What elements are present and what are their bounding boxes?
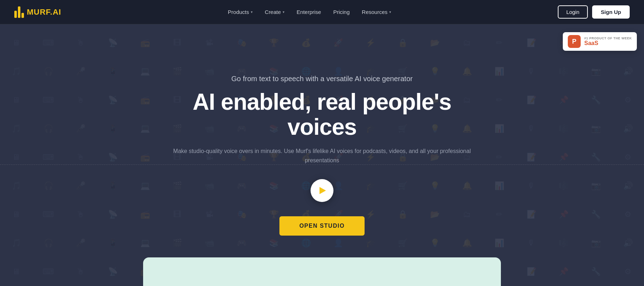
bg-icon: 📝 xyxy=(515,143,547,172)
bg-icon: 🖥 xyxy=(0,29,32,57)
bg-icon: 📹 xyxy=(193,229,225,257)
bg-icon: 📡 xyxy=(97,143,129,172)
bg-icon: 📡 xyxy=(97,86,129,114)
open-studio-button[interactable]: OPEN STUDIO xyxy=(279,216,365,236)
nav-enterprise[interactable]: Enterprise xyxy=(292,6,326,18)
logo-text: MURF.AI xyxy=(27,8,61,17)
play-button[interactable] xyxy=(311,179,333,202)
nav-resources[interactable]: Resources ▾ xyxy=(357,6,396,18)
product-hunt-logo: P xyxy=(568,35,581,48)
nav-actions: Login Sign Up xyxy=(558,5,630,19)
bg-icon: 📷 xyxy=(580,114,612,143)
bg-icon: 📻 xyxy=(129,29,161,57)
bg-icon: 🖥 xyxy=(0,86,32,114)
bg-icon: 📊 xyxy=(483,114,515,143)
bg-icon: 🛒 xyxy=(386,229,419,257)
bg-icon: 💻 xyxy=(129,229,161,257)
bg-icon: 📽 xyxy=(193,200,225,229)
bg-icon: 🎤 xyxy=(64,57,97,86)
bg-icon: 📱 xyxy=(97,57,129,86)
hero-subtitle: Go from text to speech with a versatile … xyxy=(168,75,476,83)
logo-bar-1 xyxy=(14,11,17,18)
nav-pricing[interactable]: Pricing xyxy=(328,6,355,18)
bg-icon: 📽 xyxy=(193,29,225,57)
bg-icon: 🗂 xyxy=(451,29,483,57)
bg-icon: 🔊 xyxy=(612,229,644,257)
bg-icon: 📌 xyxy=(547,200,580,229)
bg-icon: 🎤 xyxy=(64,114,97,143)
bg-icon: 🔧 xyxy=(580,200,612,229)
bg-icon: 🎼 xyxy=(547,172,580,200)
bg-icon: 📷 xyxy=(580,57,612,86)
logo-bar-3 xyxy=(21,13,24,18)
bg-icon: 🎼 xyxy=(547,114,580,143)
bg-icon: 🔒 xyxy=(386,200,419,229)
bg-icon: ⌨ xyxy=(32,200,64,229)
product-hunt-rank: #1 PRODUCT OF THE WEEK xyxy=(584,36,632,40)
bg-icon: 📻 xyxy=(129,143,161,172)
bg-icon: 📻 xyxy=(129,200,161,229)
bg-icon: 📌 xyxy=(547,86,580,114)
bottom-preview-strip xyxy=(143,257,501,286)
bg-icon: ✏ xyxy=(483,143,515,172)
logo-icon xyxy=(14,6,24,18)
bg-icon: 🎞 xyxy=(161,200,193,229)
bg-icon: 🎼 xyxy=(547,57,580,86)
bg-icon: ✏ xyxy=(483,200,515,229)
bg-icon: 🎞 xyxy=(161,29,193,57)
bg-icon: 🎭 xyxy=(225,29,258,57)
bg-icon: 🔊 xyxy=(612,172,644,200)
bg-icon: 🚀 xyxy=(322,29,354,57)
bg-icon: 🖱 xyxy=(64,200,97,229)
bg-icon: 🎵 xyxy=(0,172,32,200)
bg-icon: 💻 xyxy=(129,57,161,86)
login-button[interactable]: Login xyxy=(558,5,588,19)
bg-icon: ⌨ xyxy=(32,86,64,114)
navbar: MURF.AI Products ▾ Create ▾ Enterprise P… xyxy=(0,0,644,24)
chevron-down-icon: ▾ xyxy=(389,10,391,14)
bg-icon: 🔧 xyxy=(580,143,612,172)
bg-icon: ⚙ xyxy=(612,86,644,114)
bg-icon: 🎤 xyxy=(64,229,97,257)
nav-links: Products ▾ Create ▾ Enterprise Pricing R… xyxy=(223,6,396,18)
bg-icon: 📂 xyxy=(419,29,451,57)
product-hunt-badge[interactable]: P #1 PRODUCT OF THE WEEK SaaS xyxy=(563,32,637,51)
bg-icon: 🎭 xyxy=(225,200,258,229)
bg-icon: 🔧 xyxy=(580,86,612,114)
bg-icon: 🎙 xyxy=(515,172,547,200)
bg-icon: ✏ xyxy=(483,86,515,114)
bg-icon: 🎵 xyxy=(0,229,32,257)
bg-icon: 📱 xyxy=(97,114,129,143)
bg-icon: 🎧 xyxy=(32,57,64,86)
bg-icon: 📱 xyxy=(97,172,129,200)
bg-icon: 📌 xyxy=(547,257,580,286)
bg-icon: 📌 xyxy=(547,143,580,172)
bg-icon: 📝 xyxy=(515,200,547,229)
bg-icon: 📻 xyxy=(129,86,161,114)
chevron-down-icon: ▾ xyxy=(251,10,253,14)
bg-icon: 📷 xyxy=(580,172,612,200)
bg-icon: ⚙ xyxy=(612,257,644,286)
bg-icon: 🎵 xyxy=(0,57,32,86)
hero-description: Make studio-quality voice overs in minut… xyxy=(168,147,476,165)
bg-icon: 💰 xyxy=(290,29,322,57)
hero-section: 🎵🎧🎤📱💻🎬📹🎮📚🌐👤🎓🛒💡🔔📊🎙🎼📷🔊🖥⌨🖱📡📻🎞📽🎭🏆💰🚀⚡🔒📂🗂✏📝📌🔧⚙… xyxy=(0,0,644,286)
bg-icon: 🖥 xyxy=(0,200,32,229)
bg-icon: 🎙 xyxy=(515,57,547,86)
bg-icon: 📱 xyxy=(97,229,129,257)
signup-button[interactable]: Sign Up xyxy=(592,5,630,19)
bg-icon: ⚙ xyxy=(612,143,644,172)
bg-icon: 🎬 xyxy=(161,229,193,257)
bg-icon: 🖥 xyxy=(0,143,32,172)
bg-icon: 📝 xyxy=(515,257,547,286)
bg-icon: 🔒 xyxy=(386,29,419,57)
bg-icon: 💻 xyxy=(129,114,161,143)
play-icon xyxy=(319,187,326,194)
logo[interactable]: MURF.AI xyxy=(14,6,61,18)
bg-icon: 🖥 xyxy=(0,257,32,286)
nav-products[interactable]: Products ▾ xyxy=(223,6,258,18)
bg-icon: ⌨ xyxy=(32,143,64,172)
bg-icon: ⚙ xyxy=(612,200,644,229)
nav-create[interactable]: Create ▾ xyxy=(260,6,289,18)
bg-icon: ⚡ xyxy=(354,29,386,57)
